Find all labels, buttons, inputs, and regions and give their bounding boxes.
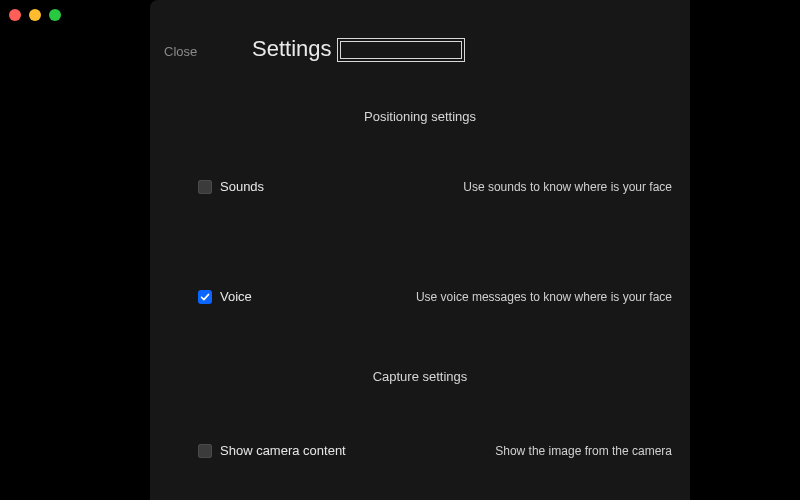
setting-row-voice: Voice Use voice messages to know where i… — [198, 289, 672, 304]
show-camera-description: Show the image from the camera — [495, 444, 672, 458]
show-camera-label: Show camera content — [220, 443, 346, 458]
window-maximize-icon[interactable] — [49, 9, 61, 21]
focused-field[interactable] — [337, 38, 465, 62]
window-controls — [9, 9, 61, 21]
setting-row-sounds: Sounds Use sounds to know where is your … — [198, 179, 672, 194]
window-minimize-icon[interactable] — [29, 9, 41, 21]
focus-ring-inner — [340, 41, 462, 59]
voice-checkbox[interactable] — [198, 290, 212, 304]
sounds-description: Use sounds to know where is your face — [463, 180, 672, 194]
voice-description: Use voice messages to know where is your… — [416, 290, 672, 304]
settings-panel — [150, 0, 690, 500]
sounds-checkbox[interactable] — [198, 180, 212, 194]
close-button[interactable]: Close — [164, 44, 197, 59]
setting-row-show-camera: Show camera content Show the image from … — [198, 443, 672, 458]
page-title: Settings — [252, 36, 332, 62]
checkmark-icon — [200, 292, 210, 302]
window-close-icon[interactable] — [9, 9, 21, 21]
show-camera-checkbox[interactable] — [198, 444, 212, 458]
section-header-positioning: Positioning settings — [0, 109, 690, 124]
app-window: Close Settings Positioning settings Soun… — [0, 0, 800, 500]
sounds-label: Sounds — [220, 179, 264, 194]
section-header-capture: Capture settings — [0, 369, 690, 384]
voice-label: Voice — [220, 289, 252, 304]
